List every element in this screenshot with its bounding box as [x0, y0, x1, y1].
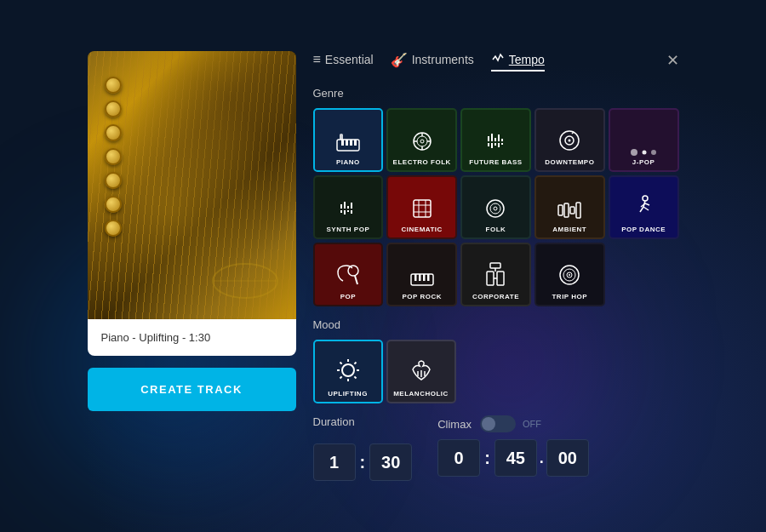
bottom-row: Duration 1 : 30 Climax OFF: [313, 415, 679, 481]
track-title: Piano - Uplifting - 1:30: [101, 331, 283, 344]
synth-pop-icon: [338, 198, 358, 224]
genre-corporate-label: CORPORATE: [472, 293, 519, 300]
toggle-knob: [482, 417, 495, 431]
tab-tempo[interactable]: Tempo: [491, 51, 545, 72]
mood-item-melancholic[interactable]: MELANCHOLIC: [386, 340, 456, 403]
piano-icon: [336, 133, 360, 157]
svg-rect-50: [576, 203, 580, 218]
genre-item-folk[interactable]: FOLK: [460, 175, 531, 239]
mood-melancholic-label: MELANCHOLIC: [393, 390, 449, 398]
climax-seconds[interactable]: 00: [546, 439, 589, 477]
right-panel: ≡ Essential 🎸 Instruments Tempo ✕ Genre: [313, 51, 679, 481]
svg-rect-59: [411, 274, 433, 285]
genre-item-downtempo[interactable]: DOWNTEMPO: [534, 108, 605, 172]
svg-rect-60: [414, 274, 417, 281]
duration-seconds[interactable]: 30: [369, 443, 412, 481]
instruments-icon: 🎸: [391, 52, 408, 68]
svg-point-51: [643, 196, 648, 201]
genre-ambient-label: AMBIENT: [552, 226, 586, 233]
svg-rect-3: [341, 140, 344, 146]
svg-point-26: [569, 140, 571, 142]
svg-rect-4: [346, 140, 348, 146]
tab-instruments[interactable]: 🎸 Instruments: [391, 52, 474, 72]
genre-item-electro-folk[interactable]: ELECTRO FOLK: [386, 108, 457, 172]
genre-item-trip-hop[interactable]: TRIP HOP: [534, 243, 605, 306]
svg-rect-67: [497, 272, 504, 285]
svg-point-28: [631, 149, 637, 156]
toggle-off-label: OFF: [523, 419, 541, 429]
pop-rock-icon: [410, 267, 434, 291]
svg-point-8: [417, 136, 427, 146]
svg-rect-64: [490, 263, 500, 268]
svg-rect-5: [350, 140, 352, 146]
svg-point-44: [487, 200, 504, 217]
mood-uplifting-label: UPLIFTING: [328, 390, 368, 398]
genre-pop-label: POP: [340, 293, 356, 300]
climax-toggle[interactable]: [480, 415, 516, 432]
tempo-icon: [491, 51, 505, 68]
genre-popdance-label: POP DANCE: [621, 226, 666, 233]
genre-item-cinematic[interactable]: CINEMATIC: [386, 175, 457, 239]
genre-item-ambient[interactable]: AMBIENT: [534, 175, 605, 239]
climax-separator-1: :: [480, 449, 494, 468]
melancholic-icon: [409, 358, 434, 388]
svg-point-73: [342, 364, 354, 376]
svg-point-57: [348, 266, 358, 276]
svg-line-80: [354, 363, 356, 364]
climax-minutes[interactable]: 45: [494, 439, 537, 477]
svg-point-72: [569, 274, 570, 276]
svg-line-78: [340, 363, 341, 364]
trip-hop-icon: [558, 264, 580, 291]
genre-item-pop-dance[interactable]: POP DANCE: [609, 175, 679, 239]
downtempo-icon: [558, 129, 580, 157]
genre-item-piano[interactable]: PIANO: [313, 108, 384, 172]
climax-toggle-row: OFF: [480, 415, 541, 432]
genre-future-label: FUTURE BASS: [469, 158, 522, 166]
tab-essential[interactable]: ≡ Essential: [313, 52, 374, 71]
electro-folk-icon: [412, 131, 432, 157]
essential-icon: ≡: [313, 52, 321, 67]
duration-minutes[interactable]: 1: [313, 443, 356, 481]
svg-point-30: [651, 150, 656, 155]
climax-hours[interactable]: 0: [437, 439, 480, 477]
genre-item-pop[interactable]: POP: [313, 243, 384, 306]
genre-piano-label: PIANO: [336, 158, 360, 166]
close-button[interactable]: ✕: [666, 51, 679, 70]
genre-item-jpop[interactable]: J-POP: [609, 108, 679, 172]
svg-line-81: [340, 376, 341, 378]
svg-point-29: [643, 151, 647, 155]
svg-point-45: [490, 203, 500, 214]
jpop-icon: [630, 148, 657, 157]
svg-line-53: [640, 207, 643, 212]
svg-line-56: [645, 203, 649, 205]
genre-item-future-bass[interactable]: FUTURE BASS: [460, 108, 531, 172]
svg-rect-66: [487, 272, 494, 285]
genre-label: Genre: [313, 87, 679, 100]
create-track-button[interactable]: CREATE TRACK: [88, 368, 296, 411]
svg-line-58: [355, 276, 357, 284]
genre-item-synth-pop[interactable]: SYNTH POP: [313, 175, 384, 239]
track-info: Piano - Uplifting - 1:30: [88, 319, 296, 356]
duration-separator: :: [356, 453, 370, 472]
track-image: [88, 51, 296, 319]
genre-item-pop-rock[interactable]: POP ROCK: [386, 243, 457, 306]
svg-rect-48: [564, 203, 569, 217]
svg-rect-47: [558, 205, 563, 215]
svg-point-46: [494, 207, 497, 210]
svg-line-54: [643, 207, 649, 210]
genre-item-corporate[interactable]: CORPORATE: [460, 243, 531, 306]
svg-rect-62: [423, 274, 426, 281]
mood-item-uplifting[interactable]: UPLIFTING: [313, 340, 383, 403]
svg-line-27: [572, 132, 574, 134]
genre-electro-label: ELECTRO FOLK: [393, 158, 451, 166]
pop-icon: [336, 264, 360, 291]
genre-triphop-label: TRIP HOP: [552, 293, 587, 300]
left-panel: Piano - Uplifting - 1:30 CREATE TRACK: [88, 51, 296, 411]
duration-input-group: 1 : 30: [313, 443, 413, 481]
mood-grid: UPLIFTING MELANCHOLIC: [313, 340, 679, 403]
main-container: Piano - Uplifting - 1:30 CREATE TRACK ≡ …: [88, 51, 679, 481]
corporate-icon: [486, 262, 505, 291]
svg-rect-49: [570, 207, 574, 214]
svg-rect-63: [427, 274, 430, 281]
svg-rect-39: [414, 200, 431, 217]
